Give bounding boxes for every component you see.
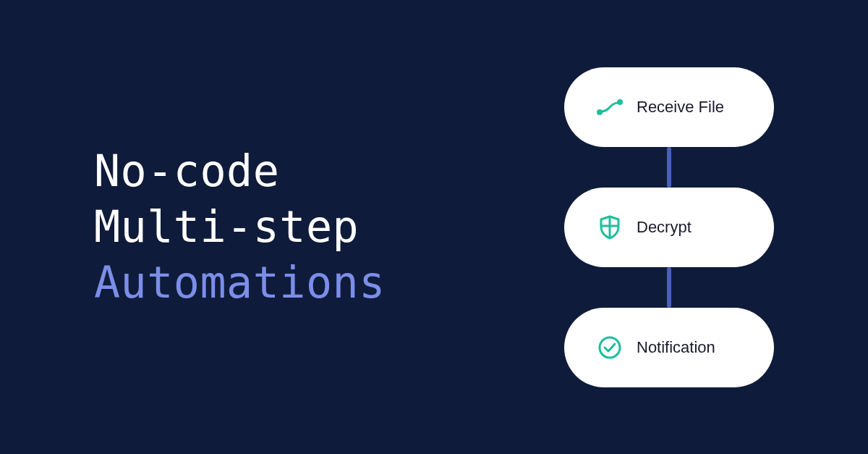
heading-line-3: Automations bbox=[94, 255, 535, 311]
step-notification: Notification bbox=[564, 308, 774, 387]
svg-point-4 bbox=[600, 337, 620, 358]
heading-block: No-code Multi-step Automations bbox=[0, 143, 535, 310]
shield-icon bbox=[596, 214, 624, 241]
step-label: Notification bbox=[637, 338, 715, 357]
heading-line-2: Multi-step bbox=[94, 199, 535, 255]
step-label: Decrypt bbox=[637, 218, 692, 237]
connector-line bbox=[667, 147, 671, 188]
check-circle-icon bbox=[596, 334, 624, 361]
workflow-diagram: Receive File Decrypt Notification bbox=[535, 67, 868, 387]
step-decrypt: Decrypt bbox=[564, 188, 774, 267]
flow-icon bbox=[596, 93, 624, 121]
heading-line-1: No-code bbox=[94, 143, 535, 199]
connector-line bbox=[667, 267, 671, 308]
step-receive-file: Receive File bbox=[564, 67, 774, 147]
step-label: Receive File bbox=[637, 98, 724, 117]
